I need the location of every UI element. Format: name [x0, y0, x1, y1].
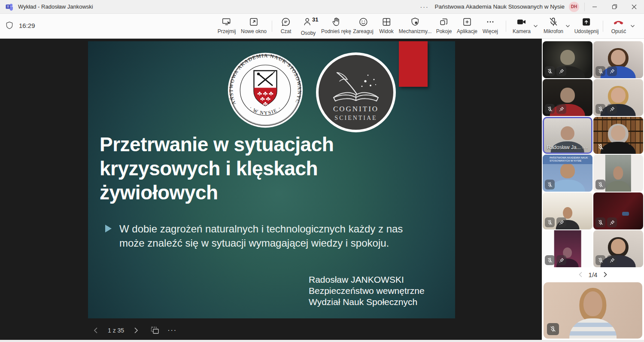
view-button[interactable]: Widok [379, 17, 393, 34]
pin-icon[interactable] [556, 66, 566, 76]
react-button[interactable]: Zareaguj [353, 17, 373, 34]
slide-bullet: W dobie zagrożeń naturalnych i technolog… [105, 222, 403, 250]
toolbar-divider [603, 21, 603, 32]
close-button[interactable] [624, 0, 644, 14]
chat-button[interactable]: Czat [281, 17, 292, 34]
chevron-right-icon [134, 327, 139, 334]
meeting-timer: 16:29 [19, 22, 35, 29]
chevron-left-icon [93, 327, 98, 334]
participant-video-9[interactable] [543, 192, 592, 229]
mechanisms-button[interactable]: Mechanizmy... [399, 17, 431, 34]
presentation-slide[interactable]: PAŃSTWOWA AKADEMIA NAUK STOSOWANYCH · W … [88, 41, 455, 318]
participant-video-12[interactable] [593, 230, 643, 267]
participant-video-10[interactable] [593, 192, 643, 229]
pin-icon[interactable] [556, 255, 566, 265]
chevron-right-icon [603, 272, 608, 278]
slide-red-accent-rectangle [399, 41, 428, 87]
camera-options-chevron[interactable] [533, 22, 538, 30]
chat-icon [281, 17, 291, 27]
rooms-button[interactable]: Pokoje [436, 17, 452, 34]
pagination-next-button[interactable] [603, 272, 608, 278]
participants-video-sidebar: Radosław Ja... ··· PAŃSTWOWA AKADEMIA NA… [542, 39, 644, 342]
minimize-button[interactable] [585, 0, 605, 14]
shield-gear-icon [410, 17, 420, 27]
pin-icon[interactable] [607, 104, 617, 114]
mic-muted-icon [548, 17, 559, 27]
video-grid-pagination: 1/4 [543, 267, 643, 282]
pagination-prev-button[interactable] [578, 272, 583, 278]
participant-video-speaker[interactable]: Radosław Ja... ··· [543, 117, 592, 154]
mic-muted-icon [595, 142, 605, 152]
bullet-triangle-icon [105, 225, 112, 232]
pans-nysa-seal-logo: PAŃSTWOWA AKADEMIA NAUK STOSOWANYCH · W … [227, 52, 304, 129]
take-control-button[interactable]: Przejmij [218, 17, 236, 34]
participant-video-3[interactable] [543, 79, 592, 116]
more-button[interactable]: Więcej [483, 17, 498, 34]
window-title: Wykład - Radosław Jankowski [18, 3, 93, 10]
raise-hand-button[interactable]: Podnieś rękę [321, 17, 351, 34]
title-bar: T Wykład - Radosław Jankowski ··· Państw… [0, 0, 644, 14]
take-control-icon [222, 17, 232, 27]
grid-view-icon [381, 17, 392, 27]
next-slide-button[interactable] [128, 323, 144, 338]
pin-icon[interactable] [607, 217, 617, 227]
close-icon [632, 4, 637, 9]
presenter-more-button[interactable]: ··· [164, 323, 180, 338]
participant-video-6[interactable] [593, 117, 643, 154]
mic-muted-icon [545, 255, 555, 265]
toolbar-divider [272, 21, 272, 32]
pin-icon[interactable] [607, 255, 617, 265]
organization-name: Państwowa Akademia Nauk Stosowanych w Ny… [435, 3, 565, 10]
slide-author-block: Radosław JANKOWSKI Bezpieczeństwo wewnęt… [309, 274, 425, 308]
shield-icon [5, 21, 14, 30]
bottom-edge-strip [0, 340, 644, 342]
mic-muted-icon [545, 217, 555, 227]
tile-more-button[interactable]: ··· [581, 144, 588, 151]
participant-video-11[interactable] [543, 230, 592, 267]
mic-options-chevron[interactable] [565, 22, 570, 30]
shared-content-stage: PAŃSTWOWA AKADEMIA NAUK STOSOWANYCH · W … [0, 39, 542, 342]
apps-button[interactable]: Aplikacje [457, 17, 477, 34]
mic-muted-icon [545, 104, 555, 114]
mic-muted-icon [595, 217, 605, 227]
mic-muted-icon [595, 66, 605, 76]
new-window-button[interactable]: Nowe okno [241, 17, 267, 34]
more-dots-icon [485, 17, 495, 27]
participant-video-13[interactable] [544, 282, 642, 339]
profile-avatar-badge[interactable]: DH [569, 2, 579, 12]
pin-icon[interactable] [556, 104, 566, 114]
scientiae-text: SCIENTIAE [334, 115, 377, 121]
restore-button[interactable] [605, 0, 624, 14]
restore-icon [612, 4, 617, 9]
leave-options-chevron[interactable] [630, 22, 635, 30]
participant-video-1[interactable] [543, 41, 592, 78]
mic-muted-icon [595, 255, 605, 265]
mic-muted-icon [595, 104, 605, 114]
cognitio-scientiae-logo: COGNITIO SCIENTIAE [316, 52, 396, 133]
titlebar-overflow-button[interactable]: ··· [414, 3, 435, 10]
pagination-indicator: 1/4 [589, 271, 598, 278]
raise-hand-icon [331, 17, 341, 27]
pin-icon[interactable] [607, 66, 617, 76]
meeting-toolbar: 16:29 Przejmij Nowe okno Czat 31 Osoby P… [0, 14, 644, 39]
share-button[interactable]: Udostępnij [574, 17, 599, 34]
previous-slide-button[interactable] [88, 323, 103, 338]
minimize-icon [592, 4, 597, 9]
microphone-button[interactable]: Mikrofon [544, 17, 563, 34]
leave-button[interactable]: Opuść [611, 17, 626, 34]
hang-up-icon [613, 17, 625, 27]
pin-icon[interactable] [556, 217, 566, 227]
participant-video-4[interactable] [593, 79, 643, 116]
participant-video-7[interactable]: PAŃSTWOWA AKADEMIA NAUK STOSOWANYCH W NY… [543, 155, 592, 192]
mic-muted-icon [545, 180, 555, 189]
chevron-left-icon [578, 272, 583, 278]
people-button[interactable]: 31 Osoby [301, 17, 316, 36]
smiley-icon [358, 17, 368, 27]
camera-button[interactable]: Kamera [513, 17, 531, 34]
participant-count: 31 [312, 16, 318, 23]
slide-sorter-button[interactable] [147, 323, 163, 338]
participant-video-8[interactable] [593, 155, 643, 192]
participant-video-2[interactable] [593, 41, 643, 78]
speaker-name-label: Radosław Ja... [547, 144, 581, 150]
slide-sorter-icon [151, 327, 159, 334]
